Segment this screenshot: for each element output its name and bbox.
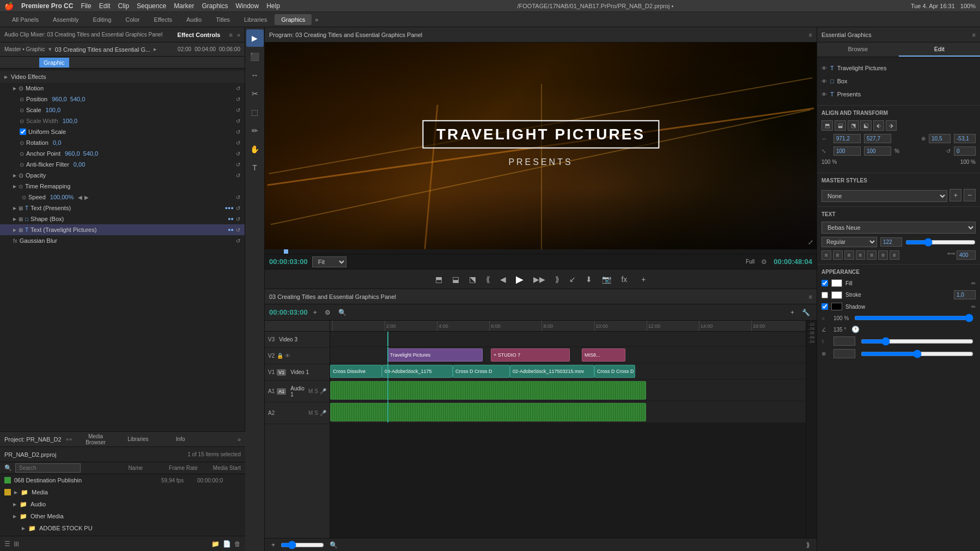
step-fwd-btn[interactable]: ▶▶ [530,273,549,286]
project-item-068[interactable]: 068 Destination Publishin 59,94 fps 00:0… [0,474,245,486]
master-dropdown-icon[interactable]: ▾ [48,46,52,53]
fit-dropdown[interactable]: Fit 25% 50% 100% [312,256,346,267]
a1-mute-icon[interactable]: M [308,388,313,394]
tab-all-panels[interactable]: All Panels [5,14,45,25]
shadow-checkbox[interactable] [821,303,828,310]
align-right-btn[interactable]: ⬔ [848,120,859,131]
delete-icon[interactable]: 🗑 [234,540,241,548]
tab-libraries[interactable]: Libraries [119,435,157,443]
style-dropdown[interactable]: Regular [821,237,877,247]
antiflicker-row[interactable]: ⊙ Anti-flicker Filter 0,00 ↺ [0,159,245,170]
audio-mixer-tab[interactable]: Audio Clip Mixer: 03 Creating Titles and… [4,32,162,38]
tab-libraries[interactable]: Libraries [238,14,273,25]
align-bottom-btn[interactable]: ⬗ [886,120,897,131]
clip-adobe-117503215[interactable]: 02-AdobeStock_117503215.mov [510,365,594,378]
eg-layer-presents[interactable]: 👁 T Presents [817,88,980,101]
ms-del-btn[interactable]: − [964,189,976,201]
effect-controls-tab[interactable]: Effect Controls [178,32,221,38]
speed-row[interactable]: ⊙ Speed 100,00% ◀ ▶ ↺ [0,192,245,203]
eg-menu-icon[interactable]: ≡ [972,32,976,38]
text-align-left[interactable]: ≡ [821,250,831,260]
tl-add-track[interactable]: + [311,308,319,317]
new-item-icon[interactable]: 📄 [223,540,231,548]
shadow-edit-icon[interactable]: ✏ [971,304,976,310]
nudge-x-input[interactable] [929,134,951,143]
tl-zoom-out[interactable]: 🔍 [336,308,349,317]
ms-add-btn[interactable]: + [949,189,961,201]
clip-cross-d-1[interactable]: Cross D Cross D [453,365,510,378]
tl-bottom-add[interactable]: + [269,540,277,550]
v2-visibility-icon[interactable]: 👁 [285,353,290,359]
add-marker-btn[interactable]: + [638,273,649,286]
align-top-btn[interactable]: ⬕ [860,120,872,131]
layer-eye-box[interactable]: 👁 [821,78,827,84]
effects-btn[interactable]: fx [618,273,630,286]
razor-tool[interactable]: ✂ [246,85,264,102]
position-y-input[interactable] [864,134,891,143]
monitor-progress-bar[interactable] [265,249,817,254]
motion-row[interactable]: ▶ ⊙ Motion ↺ [0,83,245,94]
audio-clip-a2[interactable] [330,403,646,421]
shadow-color-swatch[interactable] [831,303,842,310]
fill-checkbox[interactable] [821,280,828,286]
a2-mute-icon[interactable]: M [308,410,313,416]
master-styles-dropdown[interactable]: None [821,190,947,202]
stroke-checkbox[interactable] [821,292,828,298]
scale-row[interactable]: ⊙ Scale 100,0 ↺ [0,105,245,115]
play-btn[interactable]: ▶ [513,271,527,287]
text-justify-left[interactable]: ≡ [856,250,866,260]
overwrite-btn[interactable]: ⬇ [582,273,595,286]
grid-view-icon[interactable]: ⊞ [14,540,19,548]
eg-layer-box[interactable]: 👁 □ Box [817,75,980,88]
panel-expand-icon[interactable]: » [237,32,240,38]
shadow-blur-slider[interactable] [861,350,973,358]
text-align-right[interactable]: ≡ [844,250,854,260]
scale-h-input[interactable] [864,146,891,156]
rotation-input[interactable] [954,146,976,156]
menu-file[interactable]: File [81,2,91,10]
ripple-tool[interactable]: ↔ [246,66,264,84]
tl-scroll-end[interactable]: ⟫ [804,540,812,550]
project-item-media[interactable]: ▶ 📁 Media [0,486,245,498]
menu-sequence[interactable]: Sequence [137,2,166,10]
insert-btn[interactable]: ↙ [566,273,579,286]
tab-effects[interactable]: Effects [148,14,179,25]
time-remap-row[interactable]: ▶ ⊙ Time Remapping [0,181,245,192]
text-justify-center[interactable]: ≡ [867,250,876,260]
project-expand-icon[interactable]: » [238,436,241,443]
search-input[interactable] [15,463,81,473]
menu-edit[interactable]: Edit [99,2,111,10]
a1-solo-icon[interactable]: S [314,388,318,394]
clip-studio7[interactable]: + STUDIO 7 [491,348,570,362]
fill-edit-icon[interactable]: ✏ [971,280,976,286]
mark-in-btn[interactable]: ⬒ [432,273,446,286]
tab-editing[interactable]: Editing [87,14,118,25]
panel-menu-icon[interactable]: ≡ [229,32,232,38]
new-bin-icon[interactable]: 📁 [211,540,220,548]
align-center-btn[interactable]: ⬓ [835,120,846,131]
pen-tool[interactable]: ✏ [246,122,264,139]
settings-icon[interactable]: ⚙ [761,258,767,266]
tab-more[interactable]: » [315,16,318,23]
tab-assembly[interactable]: Assembly [46,14,86,25]
tab-audio[interactable]: Audio [180,14,208,25]
a2-mic-icon[interactable]: 🎤 [320,410,326,416]
project-item-other-media[interactable]: ▶ 📁 Other Media [0,510,245,522]
timeline-menu-icon[interactable]: ≡ [809,293,812,300]
align-left-btn[interactable]: ⬒ [821,120,833,131]
gaussian-blur-row[interactable]: fx Gaussian Blur ↺ [0,235,245,246]
hand-tool[interactable]: ✋ [246,140,264,158]
stroke-color-swatch[interactable] [831,291,842,299]
uniform-scale-row[interactable]: Uniform Scale ↺ [0,126,245,137]
shadow-distance-input[interactable]: 10,0 [833,336,855,346]
tab-info[interactable]: Info [161,435,199,443]
clip-mis8[interactable]: MIS8... [582,348,625,362]
speed-next[interactable]: ▶ [84,194,89,200]
tl-settings[interactable]: ⚙ [322,308,333,317]
clip-cross-dissolve-1[interactable]: Cross Dissolve [330,365,382,378]
text-align-center[interactable]: ≡ [833,250,843,260]
layer-eye-presents[interactable]: 👁 [821,91,827,97]
clip-nav-icon[interactable]: ▸ [154,46,157,53]
text-justify-all[interactable]: ≡ [890,250,899,260]
menu-clip[interactable]: Clip [118,2,129,10]
